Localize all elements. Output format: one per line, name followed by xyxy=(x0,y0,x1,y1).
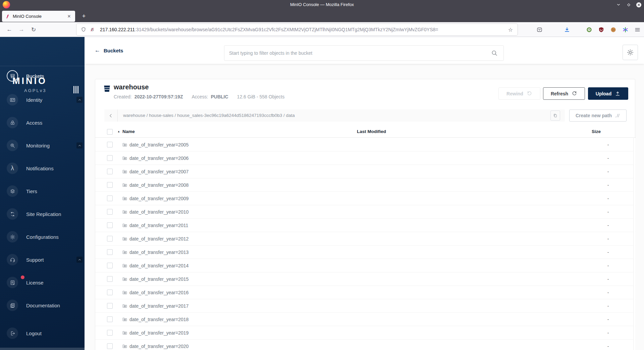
column-last-modified[interactable]: Last Modified xyxy=(357,129,386,134)
row-checkbox[interactable] xyxy=(107,236,113,242)
row-checkbox[interactable] xyxy=(107,263,113,268)
object-name: date_of_transfer_year=2018 xyxy=(129,317,189,322)
pocket-icon[interactable] xyxy=(535,26,543,34)
table-row[interactable]: date_of_transfer_year=2012- xyxy=(95,232,636,246)
sidebar-item-site-replication[interactable]: Site Replication xyxy=(7,208,83,220)
rewind-button[interactable]: Rewind xyxy=(498,87,540,100)
access-label: Access: xyxy=(192,94,208,99)
reload-icon[interactable]: ↻ xyxy=(30,26,38,34)
select-all-checkbox[interactable] xyxy=(107,129,113,135)
chevron-up-icon[interactable] xyxy=(76,257,83,263)
row-checkbox[interactable] xyxy=(107,316,113,322)
chevron-up-icon[interactable] xyxy=(76,142,83,148)
upload-button[interactable]: Upload xyxy=(588,87,628,100)
table-row[interactable]: date_of_transfer_year=2010- xyxy=(95,205,636,219)
sidebar-item-notifications[interactable]: λNotifications xyxy=(7,163,83,174)
window-maximize-icon[interactable] xyxy=(625,1,632,8)
table-row[interactable]: date_of_transfer_year=2015- xyxy=(95,272,636,286)
table-row[interactable]: date_of_transfer_year=2020- xyxy=(95,340,636,350)
sidebar-scrollbar[interactable] xyxy=(0,348,85,350)
sidebar-item-buckets[interactable]: Buckets xyxy=(7,70,83,82)
row-checkbox[interactable] xyxy=(107,276,113,282)
row-checkbox[interactable] xyxy=(107,142,113,147)
column-name[interactable]: ▲ Name xyxy=(117,129,135,134)
settings-gear-button[interactable] xyxy=(623,45,638,60)
menu-icon[interactable] xyxy=(633,26,641,34)
browser-tab[interactable]: MinIO Console ✕ xyxy=(2,11,75,22)
row-checkbox[interactable] xyxy=(107,195,113,201)
sidebar-collapse-icon[interactable] xyxy=(73,86,78,93)
back-icon[interactable]: ← xyxy=(5,26,13,34)
sidebar-item-monitoring[interactable]: Monitoring xyxy=(7,140,83,151)
browser-tab-bar: MinIO Console ✕ + xyxy=(0,9,644,22)
table-row[interactable]: date_of_transfer_year=2019- xyxy=(95,326,636,340)
folder-icon xyxy=(122,209,127,215)
window-minimize-icon[interactable] xyxy=(615,1,622,8)
row-checkbox[interactable] xyxy=(107,290,113,295)
table-row[interactable]: date_of_transfer_year=2017- xyxy=(95,299,636,313)
window-close-icon[interactable] xyxy=(635,1,642,8)
copy-path-button[interactable] xyxy=(550,111,560,121)
sidebar-item-configurations[interactable]: Configurations xyxy=(7,231,83,243)
back-to-buckets-link[interactable]: ← Buckets xyxy=(95,37,123,64)
row-checkbox[interactable] xyxy=(107,182,113,188)
table-row[interactable]: date_of_transfer_year=2007- xyxy=(95,165,636,178)
table-row[interactable]: date_of_transfer_year=2008- xyxy=(95,178,636,192)
column-size[interactable]: Size xyxy=(592,129,601,134)
forward-icon[interactable]: → xyxy=(17,26,25,34)
row-checkbox[interactable] xyxy=(107,209,113,215)
table-row[interactable]: date_of_transfer_year=2013- xyxy=(95,246,636,259)
table-row[interactable]: date_of_transfer_year=2018- xyxy=(95,313,636,326)
chevron-up-icon[interactable] xyxy=(76,97,83,103)
sidebar-item-label: Notifications xyxy=(26,166,54,171)
list-scrollbar[interactable] xyxy=(633,138,635,350)
row-checkbox[interactable] xyxy=(107,343,113,349)
bookmark-star-icon[interactable]: ☆ xyxy=(507,27,514,33)
sidebar-item-documentation[interactable]: Documentation xyxy=(7,300,83,311)
object-size: - xyxy=(605,178,611,192)
sidebar-item-access[interactable]: Access xyxy=(7,117,83,128)
tab-close-icon[interactable]: ✕ xyxy=(66,13,72,20)
create-new-path-button[interactable]: Create new path xyxy=(569,110,627,122)
sidebar-item-license[interactable]: License xyxy=(7,277,83,288)
table-row[interactable]: date_of_transfer_year=2006- xyxy=(95,151,636,165)
page-header: ← Buckets xyxy=(85,37,644,64)
refresh-button[interactable]: Refresh xyxy=(543,87,585,100)
row-checkbox[interactable] xyxy=(107,222,113,228)
sidebar-item-label: Site Replication xyxy=(26,211,61,217)
multi-account-containers-icon[interactable] xyxy=(621,26,629,34)
table-row[interactable]: date_of_transfer_year=2016- xyxy=(95,286,636,299)
cookie-icon[interactable] xyxy=(609,26,617,34)
folder-icon xyxy=(122,276,127,282)
tracking-protection-shield-icon[interactable] xyxy=(80,26,87,33)
object-name: date_of_transfer_year=2005 xyxy=(129,142,189,147)
folder-icon xyxy=(122,330,127,336)
table-row[interactable]: date_of_transfer_year=2005- xyxy=(95,138,636,151)
table-row[interactable]: date_of_transfer_year=2014- xyxy=(95,259,636,272)
sidebar-item-identity[interactable]: Identity xyxy=(7,94,83,105)
row-checkbox[interactable] xyxy=(107,330,113,336)
ublock-origin-icon[interactable] xyxy=(597,26,605,34)
table-row[interactable]: date_of_transfer_year=2011- xyxy=(95,219,636,232)
table-row[interactable]: date_of_transfer_year=2009- xyxy=(95,192,636,205)
sidebar-item-tiers[interactable]: Tiers xyxy=(7,185,83,197)
row-checkbox[interactable] xyxy=(107,303,113,309)
privacy-badger-icon[interactable] xyxy=(585,26,593,34)
upload-label: Upload xyxy=(596,91,611,96)
new-tab-button[interactable]: + xyxy=(79,11,89,21)
sidebar-item-support[interactable]: Support xyxy=(7,254,83,265)
object-name: date_of_transfer_year=2007 xyxy=(129,169,189,174)
sidebar-item-logout[interactable]: Logout xyxy=(7,327,83,339)
object-size: - xyxy=(605,138,611,151)
path-back-button[interactable] xyxy=(104,110,118,122)
insecure-lock-icon[interactable] xyxy=(89,26,96,33)
row-checkbox[interactable] xyxy=(107,155,113,161)
download-icon[interactable] xyxy=(563,26,571,34)
row-checkbox[interactable] xyxy=(107,249,113,255)
row-checkbox[interactable] xyxy=(107,169,113,174)
url-bar[interactable]: 217.160.222.211:31429/buckets/warehouse/… xyxy=(76,24,518,35)
breadcrumb[interactable]: warehouse / house-sales / house_sales-3e… xyxy=(123,110,295,122)
object-name: date_of_transfer_year=2013 xyxy=(129,250,189,255)
filter-objects-input[interactable] xyxy=(224,45,504,61)
object-name: date_of_transfer_year=2012 xyxy=(129,236,189,242)
